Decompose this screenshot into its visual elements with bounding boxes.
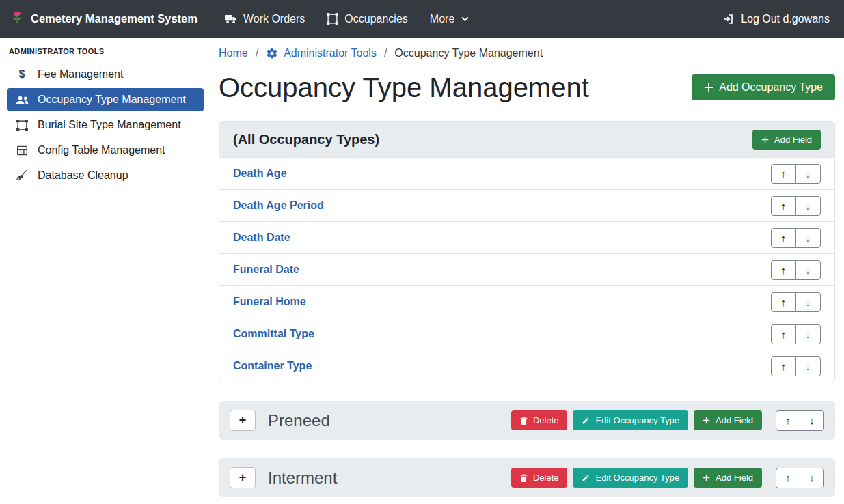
arrow-down-icon: ↓ [806, 169, 811, 179]
move-up-button[interactable]: ↑ [771, 228, 796, 248]
users-icon [15, 95, 29, 105]
reorder-buttons: ↑ ↓ [776, 468, 824, 488]
add-field-button[interactable]: Add Field [694, 468, 762, 488]
add-field-button[interactable]: Add Field [752, 130, 821, 150]
page-title: Occupancy Type Management [219, 70, 589, 104]
section-interment: + Interment Delete Edit Occupancy Type [219, 458, 835, 497]
reorder-buttons: ↑ ↓ [771, 292, 821, 312]
plus-icon [761, 136, 769, 143]
move-down-button[interactable]: ↓ [795, 164, 821, 184]
section-actions: Delete Edit Occupancy Type Add Field ↑ [511, 410, 824, 431]
move-up-button[interactable]: ↑ [776, 468, 800, 488]
arrow-up-icon: ↑ [781, 201, 787, 211]
move-down-button[interactable]: ↓ [795, 228, 821, 248]
nav-item-label: More [430, 13, 454, 25]
field-link-death-age[interactable]: Death Age [233, 167, 287, 180]
plus-icon [703, 417, 710, 424]
nav-item-label: Work Orders [243, 13, 305, 25]
move-down-button[interactable]: ↓ [795, 196, 821, 216]
top-navbar: Cemetery Management System Work Orders O… [0, 0, 844, 38]
sidebar-item-label: Occupancy Type Management [38, 94, 186, 106]
arrow-up-icon: ↑ [785, 473, 791, 483]
field-link-container-type[interactable]: Container Type [233, 360, 312, 372]
all-occupancy-types-header: (All Occupancy Types) Add Field [219, 122, 834, 157]
app-title: Cemetery Management System [31, 12, 198, 25]
plus-icon [703, 474, 710, 481]
sidebar-item-burial-site-type-management[interactable]: Burial Site Type Management [7, 113, 204, 137]
section-preneed: + Preneed Delete Edit Occupancy Type [219, 401, 835, 440]
field-row: Committal Type ↑ ↓ [219, 318, 834, 350]
move-up-button[interactable]: ↑ [771, 196, 796, 216]
reorder-buttons: ↑ ↓ [771, 356, 821, 376]
sidebar-item-label: Database Cleanup [38, 169, 128, 182]
add-field-label: Add Field [716, 473, 753, 483]
section-actions: Delete Edit Occupancy Type Add Field ↑ [511, 468, 824, 488]
sidebar-item-label: Fee Management [38, 68, 123, 81]
field-link-committal-type[interactable]: Committal Type [233, 328, 314, 340]
move-down-button[interactable]: ↓ [800, 410, 824, 431]
trash-icon [520, 474, 528, 482]
move-up-button[interactable]: ↑ [771, 260, 796, 280]
breadcrumb-admin-tools-link[interactable]: Administrator Tools [266, 47, 377, 59]
move-down-button[interactable]: ↓ [800, 468, 824, 488]
arrow-up-icon: ↑ [781, 329, 787, 339]
app-brand[interactable]: Cemetery Management System [10, 11, 198, 27]
add-occupancy-type-button[interactable]: Add Occupancy Type [692, 74, 835, 100]
edit-label: Edit Occupancy Type [595, 473, 679, 483]
reorder-buttons: ↑ ↓ [776, 410, 824, 431]
truck-icon [225, 14, 237, 25]
reorder-buttons: ↑ ↓ [771, 164, 821, 184]
field-link-death-age-period[interactable]: Death Age Period [233, 199, 324, 212]
nav-item-occupancies[interactable]: Occupancies [316, 13, 419, 25]
add-field-button[interactable]: Add Field [694, 410, 762, 430]
all-occupancy-types-card: (All Occupancy Types) Add Field Death Ag… [219, 121, 835, 382]
arrow-down-icon: ↓ [806, 329, 811, 339]
delete-label: Delete [533, 473, 559, 483]
move-up-button[interactable]: ↑ [771, 292, 796, 312]
breadcrumb-home-link[interactable]: Home [219, 47, 248, 59]
dollar-icon: $ [15, 68, 29, 81]
edit-occupancy-type-button[interactable]: Edit Occupancy Type [573, 410, 688, 430]
reorder-buttons: ↑ ↓ [771, 196, 821, 216]
sidebar-item-config-table-management[interactable]: Config Table Management [7, 139, 204, 162]
arrow-down-icon: ↓ [809, 415, 815, 425]
move-down-button[interactable]: ↓ [795, 260, 821, 280]
delete-occupancy-type-button[interactable]: Delete [511, 410, 568, 430]
expand-section-button[interactable]: + [230, 467, 256, 488]
move-down-button[interactable]: ↓ [795, 324, 821, 344]
breadcrumb-admin-tools-label: Administrator Tools [284, 47, 377, 59]
arrow-down-icon: ↓ [806, 201, 811, 211]
delete-label: Delete [533, 415, 559, 425]
reorder-buttons: ↑ ↓ [771, 260, 821, 280]
arrow-up-icon: ↑ [781, 233, 787, 243]
nav-item-work-orders[interactable]: Work Orders [214, 13, 316, 25]
move-up-button[interactable]: ↑ [776, 410, 800, 431]
broom-icon [15, 170, 29, 181]
breadcrumb: Home / Administrator Tools / Occupancy T… [219, 46, 835, 61]
edit-occupancy-type-button[interactable]: Edit Occupancy Type [573, 468, 688, 488]
sidebar-item-occupancy-type-management[interactable]: Occupancy Type Management [7, 88, 204, 111]
move-up-button[interactable]: ↑ [771, 356, 796, 376]
move-up-button[interactable]: ↑ [771, 164, 796, 184]
field-link-funeral-home[interactable]: Funeral Home [233, 296, 306, 308]
move-up-button[interactable]: ↑ [771, 324, 796, 344]
field-row: Funeral Home ↑ ↓ [219, 285, 834, 318]
field-link-death-date[interactable]: Death Date [233, 232, 290, 244]
field-row: Death Date ↑ ↓ [219, 221, 834, 253]
sidebar-item-database-cleanup[interactable]: Database Cleanup [7, 164, 204, 187]
arrow-down-icon: ↓ [806, 297, 811, 307]
field-link-funeral-date[interactable]: Funeral Date [233, 264, 299, 276]
logout-label: Log Out d.gowans [741, 13, 830, 25]
logout-button[interactable]: Log Out d.gowans [722, 13, 834, 25]
vector-square-icon [327, 13, 338, 25]
move-down-button[interactable]: ↓ [795, 292, 821, 312]
delete-occupancy-type-button[interactable]: Delete [511, 468, 568, 488]
sidebar-heading: ADMINISTRATOR TOOLS [0, 40, 210, 61]
expand-section-button[interactable]: + [230, 410, 256, 431]
gear-icon [266, 47, 278, 59]
nav-item-more[interactable]: More [419, 13, 480, 25]
sidebar-item-fee-management[interactable]: $ Fee Management [7, 63, 204, 86]
edit-label: Edit Occupancy Type [595, 415, 679, 425]
reorder-buttons: ↑ ↓ [771, 228, 821, 248]
move-down-button[interactable]: ↓ [795, 356, 821, 376]
